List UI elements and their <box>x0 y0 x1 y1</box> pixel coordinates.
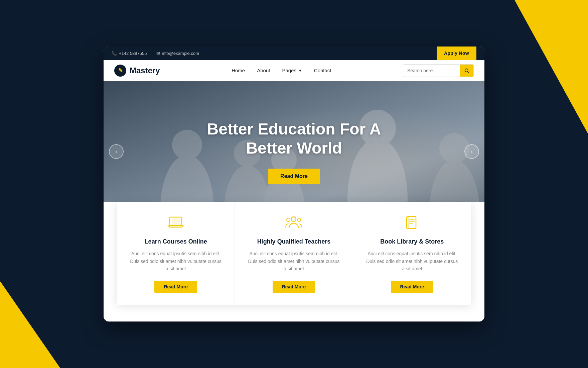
search-input[interactable] <box>403 68 460 73</box>
laptop-icon <box>129 215 223 233</box>
top-bar-contacts: 📞 +142 5897555 ✉ info@example.com <box>112 51 199 56</box>
logo-icon: ✎ <box>114 65 126 77</box>
features-grid: Learn Courses Online Auci elit cons equa… <box>117 202 471 304</box>
feature-desc-teachers: Auci elit cons equat ipsutis sem nibh id… <box>247 250 340 272</box>
hero-title: Better Education For A Better World <box>207 119 381 158</box>
apply-now-button[interactable]: Apply Now <box>437 47 476 60</box>
search-bar <box>403 64 474 77</box>
email-contact: ✉ info@example.com <box>156 51 199 56</box>
logo-text: Mastery <box>130 66 160 75</box>
feature-desc-library: Auci elit cons equat ipsutis sem nibh id… <box>365 250 459 272</box>
feature-card-library: Book Library & Stores Auci elit cons equ… <box>353 202 471 304</box>
phone-icon: 📞 <box>112 51 117 56</box>
navbar: ✎ Mastery Home About Pages ▼ Contact <box>104 60 484 81</box>
nav-item-contact[interactable]: Contact <box>314 68 331 74</box>
top-bar: 📞 +142 5897555 ✉ info@example.com Apply … <box>104 47 484 60</box>
svg-point-16 <box>297 218 301 221</box>
hero-section: ‹ Better Education For A Better World Re… <box>104 81 484 222</box>
logo[interactable]: ✎ Mastery <box>114 65 160 77</box>
svg-rect-13 <box>172 218 180 224</box>
chevron-right-icon: › <box>471 148 473 155</box>
feature-title-teachers: Highly Qualified Teachers <box>247 238 340 245</box>
email-icon: ✉ <box>156 51 160 56</box>
chevron-left-icon: ‹ <box>115 148 117 155</box>
svg-line-1 <box>468 72 469 73</box>
phone-number: +142 5897555 <box>119 51 147 56</box>
feature-card-teachers: Highly Qualified Teachers Auci elit cons… <box>235 202 353 304</box>
logo-symbol: ✎ <box>118 67 123 74</box>
feature-read-more-courses[interactable]: Read More <box>154 281 197 293</box>
browser-window: 📞 +142 5897555 ✉ info@example.com Apply … <box>104 47 484 321</box>
bg-decoration-right <box>514 0 588 134</box>
feature-card-courses: Learn Courses Online Auci elit cons equa… <box>117 202 235 304</box>
feature-read-more-library[interactable]: Read More <box>391 281 434 293</box>
carousel-next-button[interactable]: › <box>464 144 479 159</box>
features-section: Learn Courses Online Auci elit cons equa… <box>104 202 484 321</box>
nav-item-about[interactable]: About <box>257 68 270 74</box>
svg-point-14 <box>291 217 296 221</box>
feature-title-courses: Learn Courses Online <box>129 238 223 245</box>
phone-contact: 📞 +142 5897555 <box>112 51 147 56</box>
svg-point-3 <box>172 130 202 160</box>
people-icon <box>247 215 340 233</box>
bg-decoration-left <box>0 281 60 368</box>
svg-point-0 <box>465 69 468 72</box>
dropdown-chevron-icon: ▼ <box>298 69 302 73</box>
nav-item-pages[interactable]: Pages ▼ <box>282 68 302 73</box>
email-address: info@example.com <box>162 51 199 56</box>
nav-item-home[interactable]: Home <box>232 68 245 74</box>
search-icon <box>464 68 469 73</box>
book-icon <box>365 215 459 233</box>
feature-title-library: Book Library & Stores <box>365 238 459 245</box>
feature-desc-courses: Auci elit cons equat ipsutis sem nibh id… <box>129 250 223 272</box>
carousel-prev-button[interactable]: ‹ <box>109 144 124 159</box>
hero-read-more-button[interactable]: Read More <box>268 169 320 184</box>
svg-point-15 <box>287 218 290 221</box>
feature-read-more-teachers[interactable]: Read More <box>273 281 315 293</box>
hero-content: Better Education For A Better World Read… <box>207 119 381 184</box>
search-button[interactable] <box>460 64 473 77</box>
nav-links: Home About Pages ▼ Contact <box>232 68 331 74</box>
svg-rect-18 <box>408 216 409 228</box>
